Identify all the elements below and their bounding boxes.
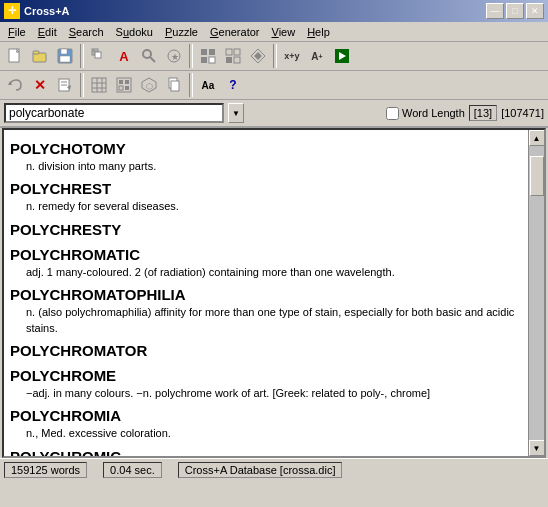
- action-button[interactable]: ★: [162, 44, 186, 68]
- svg-rect-20: [226, 57, 232, 63]
- svg-line-11: [150, 57, 155, 62]
- play-button[interactable]: [330, 44, 354, 68]
- edit-button[interactable]: [53, 73, 77, 97]
- menu-file[interactable]: File: [2, 24, 32, 40]
- svg-rect-18: [226, 49, 232, 55]
- open-button[interactable]: [28, 44, 52, 68]
- separator-3: [273, 44, 277, 68]
- app-icon: ✛: [4, 3, 20, 19]
- entry-word: POLYCHREST: [10, 178, 522, 199]
- time-taken: 0.04 sec.: [103, 462, 162, 478]
- special-button[interactable]: ⬡: [137, 73, 161, 97]
- total-value: [107471]: [501, 107, 544, 119]
- search-dropdown-button[interactable]: ▼: [228, 103, 244, 123]
- entry-def: −adj. in many colours. −n. polychrome wo…: [26, 386, 522, 401]
- svg-rect-2: [33, 51, 39, 54]
- word-length-checkbox-wrapper: Word Length: [386, 107, 465, 120]
- title-bar: ✛ Cross+A — □ ✕: [0, 0, 548, 22]
- separator-5: [189, 73, 193, 97]
- menu-edit[interactable]: Edit: [32, 24, 63, 40]
- word-length-area: Word Length [13] [107471]: [386, 105, 544, 121]
- menu-help[interactable]: Help: [301, 24, 336, 40]
- copy-grid-button[interactable]: [87, 44, 111, 68]
- word-length-label: Word Length: [402, 107, 465, 119]
- scroll-thumb[interactable]: [530, 156, 544, 196]
- entry-word: POLYCHOTOMY: [10, 138, 522, 159]
- grid1-button[interactable]: [196, 44, 220, 68]
- word-length-value: [13]: [469, 105, 497, 121]
- scrollbar[interactable]: ▲ ▼: [528, 130, 544, 456]
- svg-rect-44: [171, 81, 179, 91]
- svg-rect-19: [234, 49, 240, 55]
- close-button[interactable]: ✕: [526, 3, 544, 19]
- svg-rect-38: [125, 80, 129, 84]
- word-count: 159125 words: [4, 462, 87, 478]
- word-length-checkbox[interactable]: [386, 107, 399, 120]
- save-button[interactable]: [53, 44, 77, 68]
- case-button[interactable]: Aa: [196, 73, 220, 97]
- entry-def: n. remedy for several diseases.: [26, 199, 522, 214]
- svg-rect-39: [119, 86, 123, 90]
- entry-word: POLYCHROME: [10, 365, 522, 386]
- svg-rect-4: [61, 49, 67, 54]
- svg-rect-31: [92, 78, 106, 92]
- undo-button[interactable]: [3, 73, 27, 97]
- menu-search[interactable]: Search: [63, 24, 110, 40]
- menu-sudoku[interactable]: Sudoku: [110, 24, 159, 40]
- font-button[interactable]: A: [112, 44, 136, 68]
- copy2-button[interactable]: [162, 73, 186, 97]
- separator-4: [80, 73, 84, 97]
- scroll-down-button[interactable]: ▼: [529, 440, 545, 456]
- entry-def: n., Med. excessive coloration.: [26, 426, 522, 441]
- grid2-button[interactable]: [221, 44, 245, 68]
- entry-word: POLYCHROMATIC: [10, 244, 522, 265]
- diamond-button[interactable]: [246, 44, 270, 68]
- toolbar-row-1: A ★ x+y A+: [0, 42, 548, 71]
- entry-word: POLYCHROMIC: [10, 446, 522, 456]
- window-controls: — □ ✕: [486, 3, 544, 19]
- help-button[interactable]: ?: [221, 73, 245, 97]
- svg-text:★: ★: [171, 52, 179, 62]
- svg-rect-21: [234, 57, 240, 63]
- svg-rect-40: [125, 86, 129, 90]
- menu-puzzle[interactable]: Puzzle: [159, 24, 204, 40]
- search-input[interactable]: [4, 103, 224, 123]
- minimize-button[interactable]: —: [486, 3, 504, 19]
- status-bar: 159125 words 0.04 sec. Cross+A Database …: [0, 458, 548, 480]
- scroll-track[interactable]: [529, 146, 544, 440]
- aplus-button[interactable]: A+: [305, 44, 329, 68]
- menu-generator[interactable]: Generator: [204, 24, 266, 40]
- xy-button[interactable]: x+y: [280, 44, 304, 68]
- svg-marker-23: [254, 52, 262, 60]
- find-button[interactable]: [137, 44, 161, 68]
- search-bar: ▼ Word Length [13] [107471]: [0, 100, 548, 128]
- main-content: POLYCHOTOMYn. division into many parts.P…: [2, 128, 546, 458]
- grid-b-button[interactable]: [112, 73, 136, 97]
- svg-rect-14: [201, 49, 207, 55]
- maximize-button[interactable]: □: [506, 3, 524, 19]
- entry-def: n. (also polychromaphilia) affinity for …: [26, 305, 522, 336]
- separator-2: [189, 44, 193, 68]
- entry-def: n. division into many parts.: [26, 159, 522, 174]
- menu-bar: File Edit Search Sudoku Puzzle Generator…: [0, 22, 548, 42]
- separator-1: [80, 44, 84, 68]
- delete-button[interactable]: ✕: [28, 73, 52, 97]
- svg-rect-15: [209, 49, 215, 55]
- svg-rect-17: [209, 57, 215, 63]
- svg-text:⬡: ⬡: [146, 82, 153, 91]
- svg-rect-5: [60, 56, 70, 62]
- entry-word: POLYCHROMATOPHILIA: [10, 284, 522, 305]
- entry-def: adj. 1 many-coloured. 2 (of radiation) c…: [26, 265, 522, 280]
- svg-rect-16: [201, 57, 207, 63]
- grid-a-button[interactable]: [87, 73, 111, 97]
- scroll-up-button[interactable]: ▲: [529, 130, 545, 146]
- content-text: POLYCHOTOMYn. division into many parts.P…: [4, 130, 528, 456]
- entry-word: POLYCHROMATOR: [10, 340, 522, 361]
- toolbar-row-2: ✕ ⬡ Aa ?: [0, 71, 548, 100]
- menu-view[interactable]: View: [266, 24, 302, 40]
- new-button[interactable]: [3, 44, 27, 68]
- svg-rect-37: [119, 80, 123, 84]
- entry-word: POLYCHRESTY: [10, 219, 522, 240]
- svg-point-10: [143, 50, 151, 58]
- app-title: Cross+A: [24, 5, 70, 17]
